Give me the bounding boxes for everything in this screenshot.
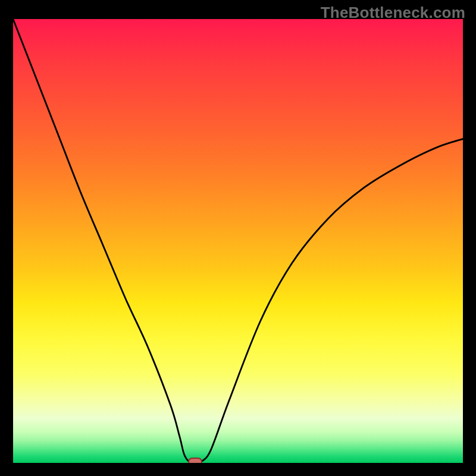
curve-svg: [13, 19, 463, 463]
chart-frame: TheBottleneck.com: [0, 0, 476, 476]
plot-area: [13, 19, 463, 463]
bottleneck-curve: [13, 19, 463, 462]
optimal-marker: [188, 458, 202, 463]
